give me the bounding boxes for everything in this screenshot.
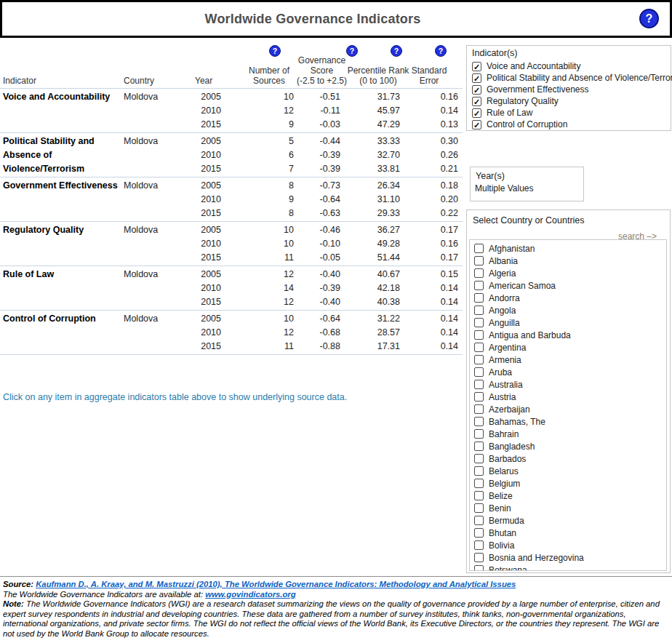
stderr-cell[interactable]: 0.18 [400, 179, 463, 193]
filter-item[interactable]: Azerbaijan [470, 403, 666, 415]
checkbox-icon[interactable]: ✓ [472, 85, 481, 95]
checkbox-icon[interactable] [474, 318, 484, 327]
checkbox-icon[interactable] [474, 244, 484, 253]
checkbox-icon[interactable] [474, 392, 484, 402]
score-cell[interactable]: -0.88 [294, 340, 340, 354]
percentile-cell[interactable]: 17.31 [340, 340, 400, 354]
year-cell[interactable]: 2005 [192, 135, 221, 148]
score-cell[interactable]: -0.68 [294, 326, 340, 340]
percentile-cell[interactable]: 36.27 [340, 223, 400, 237]
percentile-cell[interactable]: 47.29 [340, 118, 400, 132]
help-icon-stderr[interactable]: ? [435, 45, 447, 57]
stderr-cell[interactable]: 0.20 [400, 193, 463, 207]
indicator-cell[interactable]: Voice and Accountability [0, 90, 121, 132]
checkbox-icon[interactable] [474, 553, 484, 562]
filter-item[interactable]: Algeria [470, 267, 666, 279]
checkbox-icon[interactable]: ✓ [472, 97, 481, 106]
filter-item[interactable]: Benin [470, 502, 666, 514]
percentile-cell[interactable]: 42.18 [340, 281, 400, 295]
checkbox-icon[interactable]: ✓ [472, 62, 481, 71]
help-icon-sources[interactable]: ? [269, 45, 281, 57]
stderr-cell[interactable]: 0.30 [400, 135, 463, 148]
stderr-cell[interactable]: 0.14 [400, 312, 463, 326]
country-cell[interactable]: Moldova [121, 90, 192, 132]
indicator-cell[interactable]: Control of Corruption [0, 312, 121, 354]
year-cell[interactable]: 2010 [192, 193, 221, 207]
score-cell[interactable]: -0.39 [294, 281, 340, 295]
percentile-cell[interactable]: 49.28 [340, 237, 400, 251]
checkbox-icon[interactable] [474, 442, 484, 451]
percentile-cell[interactable]: 33.33 [340, 135, 400, 148]
year-cell[interactable]: 2010 [192, 326, 221, 340]
filter-item[interactable]: ✓ Rule of Law [472, 107, 671, 119]
sources-cell[interactable]: 8 [221, 207, 294, 220]
checkbox-icon[interactable] [474, 256, 484, 265]
checkbox-icon[interactable] [474, 343, 484, 352]
help-icon[interactable]: ? [639, 9, 659, 28]
filter-item[interactable]: ✓ Control of Corruption [472, 119, 671, 130]
filter-item[interactable]: Bhutan [470, 527, 666, 539]
percentile-cell[interactable]: 40.38 [340, 295, 400, 309]
filter-item[interactable]: Bermuda [470, 514, 666, 527]
checkbox-icon[interactable]: ✓ [472, 120, 481, 129]
sources-cell[interactable]: 9 [221, 118, 294, 132]
score-cell[interactable]: -0.39 [294, 148, 340, 162]
filter-item[interactable]: Angola [470, 304, 666, 316]
year-filter-panel[interactable]: Year(s) Multiple Values [470, 167, 584, 201]
percentile-cell[interactable]: 28.57 [340, 326, 400, 340]
filter-item[interactable]: Aruba [470, 366, 666, 378]
sources-cell[interactable]: 11 [221, 340, 294, 354]
sources-cell[interactable]: 12 [221, 295, 294, 309]
year-cell[interactable]: 2015 [192, 295, 221, 309]
filter-item[interactable]: Armenia [470, 354, 666, 366]
indicator-cell[interactable]: Regulatory Quality [0, 223, 121, 265]
country-cell[interactable]: Moldova [121, 223, 192, 265]
stderr-cell[interactable]: 0.14 [400, 281, 463, 295]
filter-item[interactable]: Andorra [470, 292, 666, 304]
sources-cell[interactable]: 8 [221, 179, 294, 193]
score-cell[interactable]: -0.46 [294, 223, 340, 237]
stderr-cell[interactable]: 0.14 [400, 340, 463, 354]
sources-cell[interactable]: 6 [221, 148, 294, 162]
year-cell[interactable]: 2010 [192, 237, 221, 251]
sources-cell[interactable]: 10 [221, 312, 294, 326]
help-icon-percentile[interactable]: ? [391, 45, 402, 57]
filter-item[interactable]: Belize [470, 490, 666, 502]
indicator-cell[interactable]: Government Effectiveness [0, 179, 121, 220]
year-cell[interactable]: 2010 [192, 104, 221, 118]
year-cell[interactable]: 2015 [192, 162, 221, 176]
checkbox-icon[interactable] [474, 503, 484, 513]
checkbox-icon[interactable] [474, 528, 484, 538]
sources-cell[interactable]: 10 [221, 237, 294, 251]
percentile-cell[interactable]: 26.34 [340, 179, 400, 193]
filter-item[interactable]: Bosnia and Herzegovina [470, 551, 666, 564]
filter-item[interactable]: ✓ Regulatory Quality [472, 95, 671, 107]
filter-item[interactable]: Antigua and Barbuda [470, 329, 666, 341]
filter-item[interactable]: Anguilla [470, 316, 666, 329]
checkbox-icon[interactable] [474, 268, 484, 278]
sources-cell[interactable]: 10 [221, 223, 294, 237]
checkbox-icon[interactable] [474, 417, 484, 426]
stderr-cell[interactable]: 0.15 [400, 268, 463, 281]
filter-item[interactable]: Austria [470, 391, 666, 403]
sources-cell[interactable]: 12 [221, 326, 294, 340]
checkbox-icon[interactable] [474, 355, 484, 364]
percentile-cell[interactable]: 33.81 [340, 162, 400, 176]
stderr-cell[interactable]: 0.14 [400, 326, 463, 340]
govindicators-link[interactable]: www.govindicators.org [205, 590, 296, 599]
country-cell[interactable]: Moldova [121, 312, 192, 354]
checkbox-icon[interactable] [474, 293, 484, 303]
country-cell[interactable]: Moldova [121, 135, 192, 176]
checkbox-icon[interactable] [474, 466, 484, 476]
checkbox-icon[interactable] [474, 380, 484, 389]
filter-item[interactable]: ✓ Voice and Accountability [472, 60, 671, 72]
score-cell[interactable]: -0.40 [294, 268, 340, 281]
checkbox-icon[interactable] [474, 367, 484, 377]
score-cell[interactable]: -0.63 [294, 207, 340, 220]
year-cell[interactable]: 2005 [192, 268, 221, 281]
year-cell[interactable]: 2015 [192, 340, 221, 354]
filter-item[interactable]: ✓ Political Stability and Absence of Vio… [472, 72, 671, 84]
sources-cell[interactable]: 14 [221, 281, 294, 295]
score-cell[interactable]: -0.64 [294, 312, 340, 326]
stderr-cell[interactable]: 0.22 [400, 207, 463, 220]
